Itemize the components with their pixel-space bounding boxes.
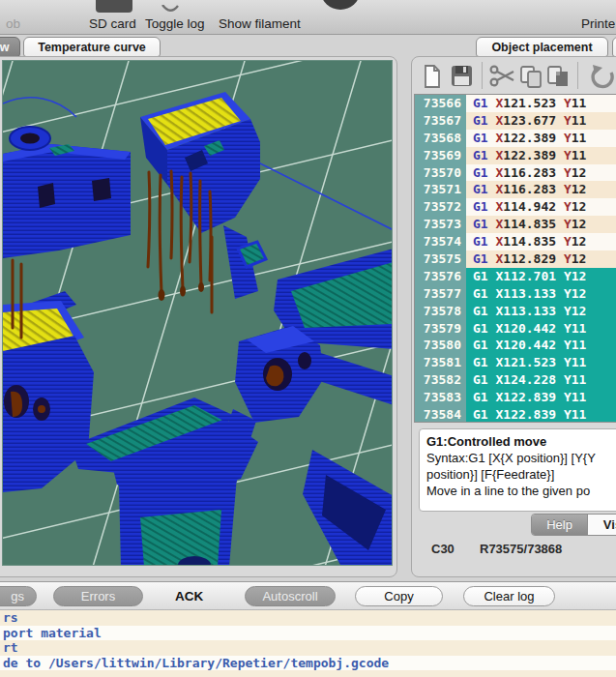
gcode-text: G1 X121.523 Y11	[466, 354, 616, 371]
log-line: rs	[0, 610, 616, 626]
toggle-log-button[interactable]: Toggle log	[145, 16, 205, 31]
copy-log-button[interactable]: Copy	[355, 586, 443, 606]
help-syntax-line-1: Syntax:G1 [X{X position}] [Y{Y	[426, 450, 616, 466]
tab-temperature-curve-label: Temperature curve	[38, 41, 146, 54]
printer-settings-button[interactable]: Printe	[581, 16, 615, 31]
line-number: 73571	[415, 181, 466, 198]
log-area[interactable]: rsport materialrtde to /Users/littwin/Li…	[0, 610, 616, 677]
gcode-line[interactable]: 73566G1 X121.523 Y11	[415, 95, 616, 112]
line-number: 73569	[415, 147, 466, 164]
gcode-line[interactable]: 73581G1 X121.523 Y11	[415, 354, 616, 371]
tab-next-partial[interactable]	[612, 37, 616, 57]
gcode-line[interactable]: 73576G1 X112.701 Y12	[415, 268, 616, 285]
sd-card-button[interactable]: SD card	[89, 16, 136, 31]
status-row-counter: R73575/73868	[480, 542, 562, 556]
gcode-text: G1 X121.523 Y11	[466, 95, 616, 112]
visualization-tab-button[interactable]: Vis	[587, 515, 616, 535]
top-toolbar: ob SD card Toggle log Show filament Prin…	[0, 0, 616, 35]
gcode-line[interactable]: 73582G1 X124.228 Y11	[415, 371, 616, 389]
errors-toggle[interactable]: Errors	[53, 586, 143, 606]
log-line: de to /Users/littwin/Library/Repetier/te…	[0, 656, 616, 671]
kill-job-button[interactable]: ob	[6, 16, 20, 31]
gcode-text: G1 X113.133 Y12	[466, 303, 616, 320]
gcode-text: G1 X122.839 Y11	[466, 406, 616, 423]
gcode-text: G1 X116.283 Y12	[466, 164, 616, 182]
gcode-line[interactable]: 73584G1 X122.839 Y11	[415, 406, 616, 423]
show-filament-icon	[321, 0, 360, 10]
log-line: rt	[0, 640, 616, 656]
line-number: 73584	[415, 406, 466, 423]
gcode-line[interactable]: 73568G1 X122.389 Y11	[415, 130, 616, 147]
undo-icon	[584, 64, 616, 89]
show-filament-button[interactable]: Show filament	[219, 16, 301, 31]
gcode-line[interactable]: 73577G1 X113.133 Y12	[415, 285, 616, 303]
new-file-button[interactable]	[423, 64, 442, 93]
gcode-toolbar	[416, 60, 616, 92]
line-number: 73583	[415, 389, 466, 406]
print-scene	[3, 61, 393, 566]
save-button[interactable]	[451, 64, 473, 91]
ack-toggle[interactable]: ACK	[175, 589, 203, 603]
tab-3d-view[interactable]: w	[0, 37, 20, 57]
line-number: 73567	[415, 112, 466, 130]
gcode-text: G1 X112.701 Y12	[466, 268, 616, 285]
status-command-counter: C30	[431, 542, 455, 556]
gcode-text: G1 X123.677 Y11	[466, 112, 616, 130]
toggle-log-icon	[161, 0, 180, 17]
gcode-help-box: G1:Controlled move Syntax:G1 [X{X positi…	[419, 428, 616, 512]
help-title: G1:Controlled move	[426, 433, 616, 450]
gcode-line[interactable]: 73573G1 X114.835 Y12	[415, 216, 616, 233]
tab-temperature-curve[interactable]: Temperature curve	[23, 37, 161, 57]
line-number: 73574	[415, 233, 466, 250]
copy-button[interactable]	[519, 64, 543, 93]
gcode-text: G1 X113.133 Y12	[466, 285, 616, 303]
log-line: port material	[0, 626, 616, 641]
gcode-line[interactable]: 73574G1 X114.835 Y12	[415, 233, 616, 250]
warnings-toggle[interactable]: gs	[0, 586, 37, 606]
line-number: 73577	[415, 285, 466, 303]
gcode-line[interactable]: 73572G1 X114.942 Y12	[415, 198, 616, 216]
gcode-line[interactable]: 73578G1 X113.133 Y12	[415, 303, 616, 320]
line-number: 73576	[415, 268, 466, 285]
gcode-editor[interactable]: 73566G1 X121.523 Y1173567G1 X123.677 Y11…	[414, 94, 616, 423]
clear-log-button[interactable]: Clear log	[463, 586, 555, 606]
gcode-text: G1 X114.835 Y12	[466, 216, 616, 233]
line-number: 73578	[415, 303, 466, 320]
gcode-line[interactable]: 73570G1 X116.283 Y12	[415, 164, 616, 182]
gcode-line[interactable]: 73583G1 X122.839 Y11	[415, 389, 616, 406]
tab-object-placement[interactable]: Object placement	[476, 37, 608, 57]
gcode-line[interactable]: 73575G1 X112.829 Y12	[415, 250, 616, 268]
help-visualization-switch: Help Vis	[531, 514, 616, 536]
gcode-line[interactable]: 73580G1 X120.442 Y11	[415, 337, 616, 354]
3d-viewport[interactable]	[2, 60, 393, 566]
scissors-icon	[489, 64, 516, 88]
gcode-line[interactable]: 73579G1 X120.442 Y11	[415, 320, 616, 338]
gcode-text: G1 X120.442 Y11	[466, 337, 616, 354]
line-number: 73573	[415, 216, 466, 233]
save-icon	[451, 64, 473, 87]
line-number: 73580	[415, 337, 466, 354]
repetier-host-window: ob SD card Toggle log Show filament Prin…	[0, 0, 616, 677]
gcode-line[interactable]: 73569G1 X122.389 Y11	[415, 147, 616, 164]
line-number: 73581	[415, 354, 466, 371]
help-description: Move in a line to the given po	[426, 483, 616, 499]
line-number: 73568	[415, 130, 466, 147]
gcode-line[interactable]: 73567G1 X123.677 Y11	[415, 112, 616, 130]
copy-icon	[519, 64, 543, 89]
autoscroll-toggle[interactable]: Autoscroll	[245, 586, 336, 606]
tab-3d-view-label: w	[0, 41, 9, 54]
line-number: 73566	[415, 95, 466, 112]
gcode-line[interactable]: 73571G1 X116.283 Y12	[415, 181, 616, 198]
cut-button[interactable]	[489, 64, 516, 92]
line-number: 73582	[415, 371, 466, 389]
undo-button[interactable]	[584, 64, 616, 93]
gcode-text: G1 X122.839 Y11	[466, 389, 616, 406]
tab-object-placement-label: Object placement	[491, 41, 592, 54]
toolbar-separator	[482, 62, 483, 89]
gcode-text: G1 X122.389 Y11	[466, 147, 616, 164]
help-tab-button[interactable]: Help	[532, 515, 587, 535]
paste-button[interactable]	[546, 64, 572, 93]
line-number: 73572	[415, 198, 466, 216]
new-file-icon	[423, 64, 442, 89]
line-number: 73570	[415, 164, 466, 182]
